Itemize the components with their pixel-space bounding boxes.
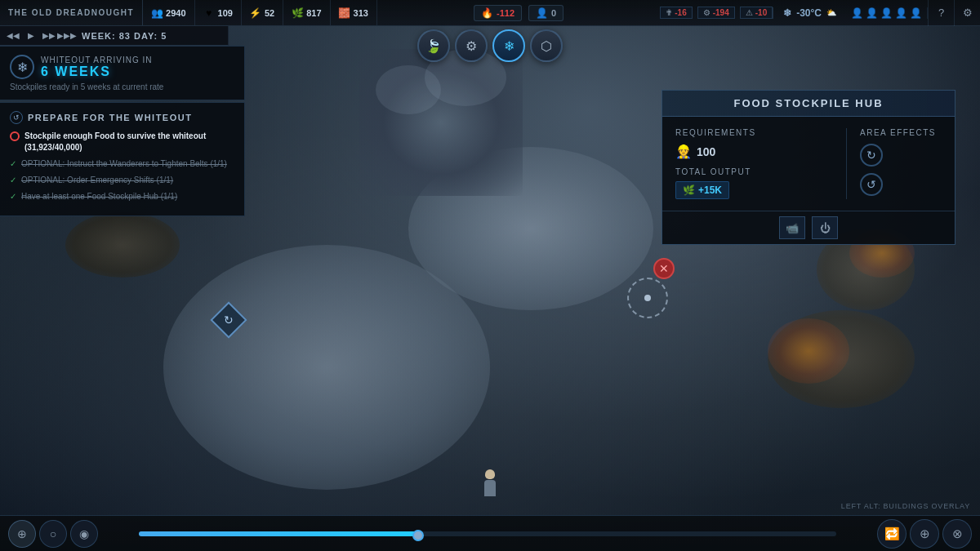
check-3: ✓ — [10, 192, 16, 201]
faith-stat: ✟ -16 — [660, 7, 692, 19]
rewind-button[interactable]: ◀◀ — [7, 29, 20, 42]
worker-req-value: 100 — [697, 145, 715, 158]
bottom-round-btn-3[interactable]: ⊗ — [942, 519, 972, 549]
objective-4: ✓ Have at least one Food Stockpile Hub (… — [10, 191, 234, 202]
bottom-icon-2-symbol: ○ — [50, 527, 56, 540]
alert-heating: 🔥 -112 — [474, 5, 522, 21]
target-circle-marker[interactable] — [627, 278, 668, 318]
faster-button[interactable]: ▶▶▶ — [60, 29, 74, 42]
temp-icon: ❄ — [783, 7, 791, 19]
area-effects-icons: ↻ ↺ — [860, 144, 942, 196]
food-value: 817 — [306, 8, 321, 18]
check-2: ✓ — [10, 176, 16, 184]
objectives-header: ↺ PREPARE FOR THE WHITEOUT — [10, 111, 234, 124]
character-head — [485, 469, 495, 479]
alert-jobs: 👤 0 — [528, 5, 564, 21]
area-effect-2: ↺ — [860, 173, 942, 196]
person-icon-5: 👤 — [910, 7, 922, 19]
bottom-icon-1-symbol: ⊕ — [17, 527, 27, 540]
settings-button[interactable]: ⚙ — [954, 0, 980, 26]
character-body — [484, 480, 496, 496]
hub-title-bar: FOOD STOCKPILE HUB — [662, 91, 955, 117]
unrest-icon: ⚠ — [746, 8, 753, 17]
whiteout-label: WHITEOUT ARRIVING IN — [41, 56, 153, 64]
faith-icon: ✟ — [666, 8, 672, 17]
objective-2: ✓ OPTIONAL: Instruct the Wanderers to Ti… — [10, 158, 234, 170]
output-number: +15K — [698, 184, 722, 196]
top-right: ✟ -16 ⚙ -194 ⚠ -10 ❄ -30°C ⛅ 👤 👤 👤 👤 👤 — [660, 0, 980, 25]
health-icon: ♥ — [203, 7, 215, 19]
target-dot — [644, 295, 651, 301]
workforce-value: 52 — [265, 8, 274, 18]
map-character — [480, 469, 500, 502]
objectives-icon: ↺ — [10, 111, 23, 124]
bottom-round-btn-1[interactable]: 🔁 — [877, 519, 906, 549]
help-button[interactable]: ? — [928, 0, 954, 26]
worker-req-icon: 👷 — [675, 144, 692, 159]
top-resources: 👥 2940 ♥ 109 ⚡ 52 🌿 817 🧱 313 — [143, 0, 377, 25]
diamond-marker[interactable]: ↻ — [216, 307, 242, 333]
center-top-buttons: 🍃 ⚙ ❄ ⬡ — [414, 26, 566, 65]
people-indicators: 👤 👤 👤 👤 👤 — [846, 7, 928, 19]
workforce-icon: ⚡ — [250, 7, 261, 19]
order-stat: ⚙ -194 — [697, 7, 735, 19]
food-overview-button[interactable]: 🍃 — [417, 29, 450, 62]
obj-text-4: Have at least one Food Stockpile Hub (1/… — [21, 191, 177, 202]
jobs-icon: 👤 — [536, 7, 548, 19]
materials-icon: 🧱 — [339, 7, 350, 19]
person-icon-2: 👤 — [866, 7, 878, 19]
extra-overlay-button[interactable]: ⬡ — [530, 29, 563, 62]
objective-1: Stockpile enough Food to survive the whi… — [10, 131, 234, 153]
population-value: 2940 — [166, 8, 185, 18]
objectives-title: PREPARE FOR THE WHITEOUT — [28, 113, 192, 122]
temperature-display: ❄ -30°C ⛅ — [773, 7, 846, 19]
bottom-round-btn-2[interactable]: ⊕ — [910, 519, 939, 549]
heating-value: -112 — [497, 8, 514, 18]
week-bar: ◀◀ ▶ ▶▶ ▶▶▶ WEEK: 83 DAY: 5 — [0, 26, 229, 46]
materials-value: 313 — [354, 8, 368, 18]
whiteout-time: 6 WEEKS — [41, 64, 153, 79]
health-value: 109 — [218, 8, 233, 18]
play-button[interactable]: ▶ — [24, 29, 38, 42]
area-effect-icon-2: ↺ — [860, 173, 883, 196]
settings-overlay-button[interactable]: ⚙ — [455, 29, 488, 62]
population-icon: 👥 — [151, 7, 163, 19]
bottom-left-icons: ⊕ ○ ◉ — [0, 520, 106, 548]
requirements-label: REQUIREMENTS — [675, 128, 833, 137]
faith-value: -16 — [675, 8, 686, 17]
fast-forward-button[interactable]: ▶▶ — [42, 29, 56, 42]
objectives-panel: ↺ PREPARE FOR THE WHITEOUT Stockpile eno… — [0, 102, 245, 216]
whiteout-title-block: WHITEOUT ARRIVING IN 6 WEEKS — [41, 56, 153, 79]
game-title: THE OLD DREADNOUGHT — [0, 0, 143, 25]
obj-bullet-1 — [10, 131, 20, 141]
freeze-overlay-button[interactable]: ❄ — [492, 29, 525, 62]
bottom-icon-btn-2[interactable]: ○ — [39, 520, 67, 548]
marker-diamond-shape: ↻ — [210, 301, 247, 338]
bottom-right-icons: 🔁 ⊕ ⊗ — [869, 519, 980, 549]
weather-icon: ⛅ — [826, 8, 836, 17]
week-day-display: WEEK: 83 DAY: 5 — [82, 31, 167, 41]
top-bar: THE OLD DREADNOUGHT 👥 2940 ♥ 109 ⚡ 52 🌿 … — [0, 0, 980, 26]
whiteout-header: ❄ WHITEOUT ARRIVING IN 6 WEEKS — [10, 55, 234, 79]
person-icon-4: 👤 — [895, 7, 907, 19]
whiteout-subtext: Stockpiles ready in 5 weeks at current r… — [10, 82, 234, 91]
hub-power-button[interactable]: ⏻ — [812, 216, 838, 239]
timeline-thumb[interactable] — [412, 530, 424, 541]
resource-health: ♥ 109 — [195, 0, 242, 25]
jobs-value: 0 — [551, 8, 556, 18]
whiteout-icon: ❄ — [10, 55, 34, 79]
resource-materials: 🧱 313 — [331, 0, 377, 25]
cancel-marker[interactable]: ✕ — [653, 258, 675, 279]
hub-title: FOOD STOCKPILE HUB — [675, 97, 942, 109]
order-icon: ⚙ — [703, 8, 710, 17]
bottom-icon-btn-1[interactable]: ⊕ — [8, 520, 36, 548]
timeline-progress — [139, 531, 418, 536]
hub-divider — [846, 128, 847, 199]
unrest-value: -10 — [755, 8, 767, 17]
obj-text-1: Stockpile enough Food to survive the whi… — [24, 131, 234, 153]
bottom-icon-btn-3[interactable]: ◉ — [70, 520, 98, 548]
timeline[interactable] — [139, 531, 836, 536]
hub-camera-button[interactable]: 📹 — [779, 216, 805, 239]
whiteout-panel: ❄ WHITEOUT ARRIVING IN 6 WEEKS Stockpile… — [0, 46, 245, 100]
bottom-icon-3-symbol: ◉ — [79, 527, 89, 540]
